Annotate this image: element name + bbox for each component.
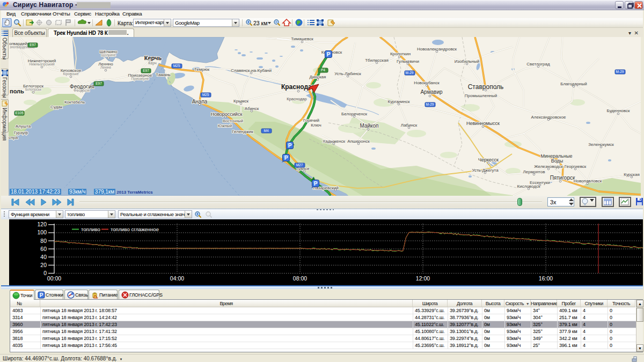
svg-text:P: P	[40, 292, 43, 298]
svg-text:Буденновск: Буденновск	[607, 108, 630, 113]
svg-text:Керчь: Керчь	[144, 55, 162, 61]
svg-text:Темрюк: Темрюк	[194, 67, 210, 72]
svg-text:120: 120	[37, 221, 47, 227]
svg-text:Приозерне: Приозерне	[131, 77, 149, 81]
svg-text:Леніне: Леніне	[100, 65, 112, 69]
svg-text:Южный: Южный	[218, 123, 232, 128]
svg-text:М25: М25	[202, 93, 209, 97]
svg-text:Керч: Керч	[148, 61, 157, 65]
svg-text:00:00: 00:00	[47, 275, 61, 282]
svg-text:12:00: 12:00	[416, 275, 430, 282]
svg-text:60: 60	[40, 246, 47, 252]
svg-text:E105: E105	[15, 111, 24, 115]
svg-text:Гурзуф: Гурзуф	[14, 130, 28, 135]
svg-text:P: P	[314, 181, 318, 187]
svg-text:40: 40	[40, 254, 47, 260]
svg-text:0: 0	[43, 270, 47, 276]
svg-text:20: 20	[40, 262, 47, 268]
svg-text:Майкоп: Майкоп	[360, 123, 378, 129]
svg-text:Черкесск: Черкесск	[478, 157, 499, 162]
svg-text:поль: поль	[10, 88, 24, 94]
svg-text:М25: М25	[173, 64, 180, 68]
svg-text:Кропоткин: Кропоткин	[390, 51, 411, 56]
svg-text:Ключ: Ключ	[311, 123, 321, 128]
svg-text:Судак: Судак	[50, 105, 63, 109]
svg-text:Тамань: Тамань	[156, 72, 171, 77]
svg-text:E97: E97	[30, 43, 36, 47]
svg-text:04:00: 04:00	[170, 275, 184, 282]
svg-text:Р4: Р4	[321, 68, 325, 72]
svg-text:E97: E97	[143, 69, 149, 72]
svg-text:Горячий: Горячий	[303, 118, 319, 123]
svg-text:Пятигорск: Пятигорск	[550, 175, 575, 181]
svg-text:Новороссийск: Новороссийск	[211, 112, 243, 117]
svg-text:топливо сглаженное: топливо сглаженное	[111, 226, 159, 232]
svg-text:E97: E97	[96, 82, 102, 85]
svg-text:P: P	[288, 143, 292, 149]
svg-text:P: P	[284, 155, 288, 161]
svg-text:16:00: 16:00	[539, 275, 553, 282]
svg-text:М-29: М-29	[406, 71, 414, 75]
svg-text:Коктебель: Коктебель	[64, 100, 85, 105]
svg-text:80: 80	[40, 238, 47, 244]
svg-text:спра: спра	[9, 135, 18, 140]
svg-text:М27: М27	[296, 163, 303, 167]
svg-text:Промышленный: Промышленный	[465, 93, 497, 98]
svg-text:топливо: топливо	[81, 226, 100, 232]
svg-text:М-29: М-29	[426, 102, 434, 106]
svg-text:Геленджик: Геленджик	[232, 129, 253, 134]
svg-text:Краснодар: Краснодар	[287, 97, 306, 101]
svg-text:Воды: Воды	[551, 158, 564, 164]
svg-text:Невинномысск: Невинномысск	[466, 121, 500, 126]
svg-text:М-29: М-29	[616, 70, 624, 73]
svg-text:Алушта: Алушта	[16, 124, 31, 129]
svg-text:P: P	[327, 51, 331, 57]
svg-text:М4: М4	[264, 129, 268, 132]
svg-text:Армавир: Армавир	[420, 89, 443, 95]
svg-text:08:00: 08:00	[293, 275, 307, 282]
svg-text:Восточный: Восточный	[223, 119, 243, 123]
svg-text:100: 100	[37, 229, 47, 235]
